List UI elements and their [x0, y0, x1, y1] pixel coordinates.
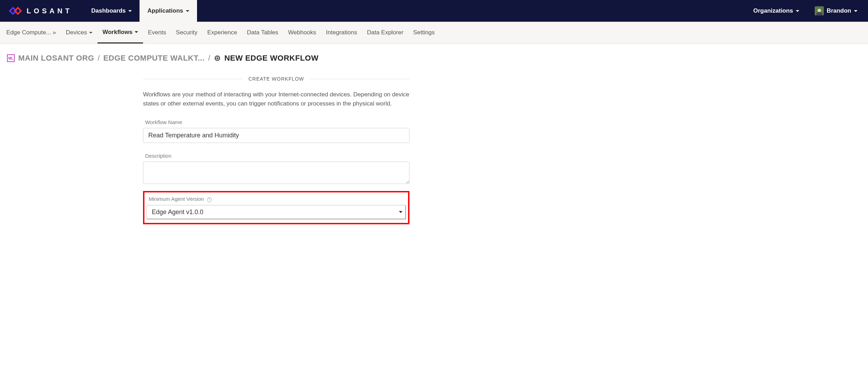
subnav-label: Security — [176, 29, 197, 36]
description-input[interactable] — [143, 162, 409, 184]
top-nav: LOSANT Dashboards Applications Organizat… — [0, 0, 868, 22]
workflow-name-label: Workflow Name — [145, 119, 409, 125]
agent-version-select[interactable]: Edge Agent v1.0.0 — [147, 205, 406, 219]
logo-text: LOSANT — [27, 7, 72, 15]
nav-applications[interactable]: Applications — [140, 0, 197, 22]
svg-rect-1 — [217, 57, 218, 59]
subnav-data-tables[interactable]: Data Tables — [242, 22, 283, 43]
subnav-app-name[interactable]: Edge Compute... » — [1, 22, 61, 43]
chevron-down-icon — [128, 10, 132, 12]
subnav-label: Webhooks — [288, 29, 316, 36]
nav-dashboards[interactable]: Dashboards — [83, 0, 140, 22]
nav-user-menu[interactable]: Brandon — [807, 0, 865, 22]
chevron-down-icon — [186, 10, 189, 12]
chevron-down-icon — [854, 10, 857, 12]
subnav-label: Data Tables — [247, 29, 278, 36]
breadcrumb-separator: / — [98, 54, 100, 63]
subnav-label: Experience — [207, 29, 237, 36]
subnav-label: Settings — [413, 29, 435, 36]
help-icon[interactable]: ? — [207, 197, 212, 202]
description-label: Description — [145, 153, 409, 159]
subnav-security[interactable]: Security — [171, 22, 202, 43]
subnav-label: Events — [148, 29, 166, 36]
sub-nav: Edge Compute... » Devices Workflows Even… — [0, 22, 868, 44]
subnav-label: Edge Compute... » — [6, 29, 56, 36]
subnav-workflows[interactable]: Workflows — [97, 22, 143, 43]
workflow-name-input[interactable] — [143, 128, 409, 143]
nav-item-label: Dashboards — [91, 7, 126, 14]
breadcrumb-separator: / — [208, 54, 210, 63]
subnav-settings[interactable]: Settings — [408, 22, 440, 43]
subnav-webhooks[interactable]: Webhooks — [283, 22, 321, 43]
agent-version-select-wrap: Edge Agent v1.0.0 — [147, 205, 406, 219]
nav-item-label: Applications — [147, 7, 183, 14]
nav-item-label: Brandon — [827, 7, 851, 14]
avatar — [815, 6, 824, 15]
subnav-label: Data Explorer — [367, 29, 404, 36]
logo[interactable]: LOSANT — [3, 6, 78, 16]
subnav-label: Workflows — [102, 29, 133, 36]
nav-item-label: Organizations — [753, 7, 793, 14]
breadcrumb-org[interactable]: MAIN LOSANT ORG — [18, 54, 94, 63]
section-title: CREATE WORKFLOW — [243, 76, 310, 82]
chevron-down-icon — [89, 32, 93, 34]
subnav-integrations[interactable]: Integrations — [321, 22, 362, 43]
agent-version-label: Minimum Agent Version ? — [149, 196, 406, 202]
nav-organizations[interactable]: Organizations — [746, 0, 807, 22]
org-badge: ML — [7, 54, 15, 62]
subnav-devices[interactable]: Devices — [61, 22, 97, 43]
chevron-down-icon — [796, 10, 799, 12]
subnav-label: Integrations — [326, 29, 357, 36]
highlight-box: Minimum Agent Version ? Edge Agent v1.0.… — [143, 191, 409, 224]
chevron-down-icon — [135, 31, 138, 33]
breadcrumb: ML MAIN LOSANT ORG / EDGE COMPUTE WALKT.… — [0, 44, 868, 69]
breadcrumb-current: NEW EDGE WORKFLOW — [224, 54, 319, 63]
chip-icon — [214, 55, 221, 62]
subnav-label: Devices — [66, 29, 87, 36]
section-divider: CREATE WORKFLOW — [143, 76, 409, 82]
agent-version-label-text: Minimum Agent Version — [149, 196, 204, 202]
breadcrumb-app[interactable]: EDGE COMPUTE WALKT... — [103, 54, 205, 63]
logo-icon — [8, 6, 22, 16]
subnav-data-explorer[interactable]: Data Explorer — [362, 22, 408, 43]
create-workflow-form: CREATE WORKFLOW Workflows are your metho… — [143, 76, 409, 238]
intro-text: Workflows are your method of interacting… — [143, 90, 409, 109]
subnav-experience[interactable]: Experience — [202, 22, 242, 43]
subnav-events[interactable]: Events — [143, 22, 171, 43]
